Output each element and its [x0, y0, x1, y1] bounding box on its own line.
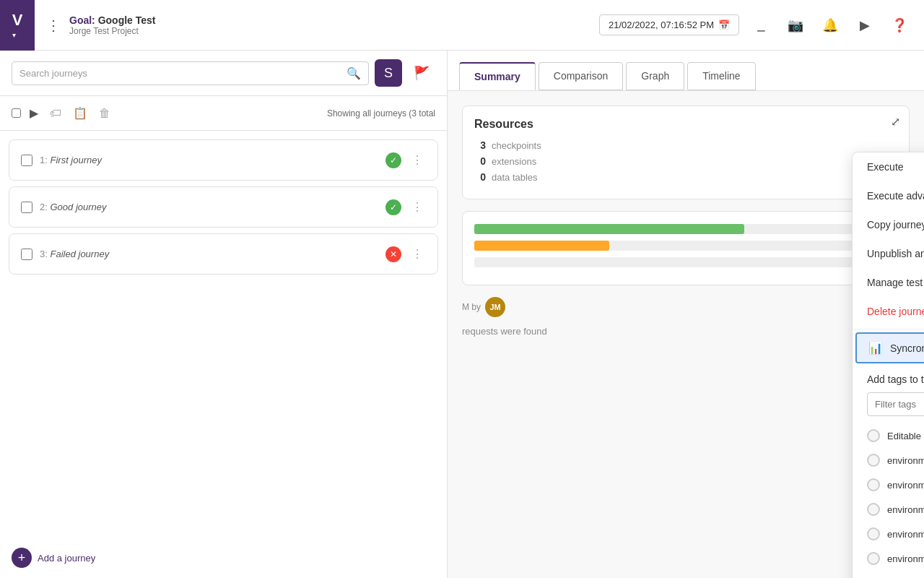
journey-item[interactable]: 3: Failed journey ✕ ⋮ [9, 233, 438, 275]
goal-label: Goal: Google Test [69, 14, 590, 26]
search-icon[interactable]: 🔍 [346, 66, 361, 80]
tag-radio-env-env1[interactable] [867, 527, 880, 540]
journey-checkbox-2[interactable] [21, 202, 32, 213]
journey-name-3: 3: Failed journey [40, 249, 378, 259]
tab-timeline[interactable]: Timeline [687, 62, 755, 90]
delete-icon[interactable]: 🗑 [96, 104, 113, 123]
showing-text: Showing all journeys (3 total [327, 108, 435, 118]
tag-radio-env-dgic[interactable] [867, 478, 880, 491]
add-journey-circle-icon: + [12, 548, 32, 568]
bar-track-3 [474, 257, 880, 267]
expand-icon[interactable]: ⤢ [891, 115, 900, 129]
copy-journey-label: Copy journey to clipboard [867, 219, 924, 230]
sidebar: 🔍 S 🚩 ▶ 🏷 📋 🗑 Showing all journeys (3 to… [0, 51, 448, 578]
main-layout: 🔍 S 🚩 ▶ 🏷 📋 🗑 Showing all journeys (3 to… [0, 51, 924, 578]
tag-radio-env-efp[interactable] [867, 503, 880, 516]
tag-icon[interactable]: 🏷 [47, 104, 64, 123]
tag-label-editable: Editable [887, 431, 921, 441]
tab-graph[interactable]: Graph [626, 62, 684, 90]
journey-menu-2[interactable]: ⋮ [409, 197, 426, 217]
avatar: JM [485, 297, 505, 317]
tag-radio-env-inception[interactable] [867, 552, 880, 565]
bar-fill-2 [474, 241, 609, 251]
checkpoints-label: checkpoints [492, 140, 541, 151]
tag-radio-env-beta[interactable] [867, 454, 880, 467]
topbar: V ▾ ⋮ Goal: Google Test Jorge Test Proje… [0, 0, 924, 51]
tag-label-env-efp: environment: EFP [887, 504, 924, 515]
search-bar[interactable]: 🔍 [12, 61, 369, 85]
resources-title: Resources [474, 118, 897, 131]
chart-box: 2 1 0 [462, 211, 910, 285]
journey-item[interactable]: 2: Good journey ✓ ⋮ [9, 186, 438, 228]
menu-item-execute[interactable]: Execute [853, 152, 924, 181]
tags-search[interactable]: 🔍 [867, 392, 924, 416]
journey-name-2: 2: Good journey [40, 202, 378, 212]
datatables-label: data tables [492, 172, 538, 183]
unpublish-label: Unpublish and set to draft [867, 248, 924, 259]
dropdown-menu[interactable]: Execute Execute advanced Copy journey to… [852, 152, 924, 578]
journey-item[interactable]: 1: First journey ✓ ⋮ [9, 139, 438, 181]
bar-row-2: 1 [474, 240, 897, 251]
resource-row-checkpoints: 3 checkpoints [474, 139, 897, 151]
tag-label-env-env1: environment: ENV1 [887, 529, 924, 540]
journey-checkbox-1[interactable] [21, 155, 32, 166]
goal-name: Google Test [98, 14, 156, 26]
status-icon-success-1: ✓ [385, 152, 401, 168]
add-journey-label: Add a journey [38, 553, 95, 564]
tag-item-env-efp[interactable]: environment: EFP [867, 497, 924, 522]
tag-label-env-beta: environment: beta [887, 455, 924, 466]
calendar-icon: 📅 [718, 20, 730, 30]
resource-row-extensions: 0 extensions [474, 155, 897, 167]
copy-icon[interactable]: 📋 [70, 103, 90, 123]
tag-label-env-inception: environment: Inception2 [887, 553, 924, 564]
menu-item-unpublish[interactable]: Unpublish and set to draft [853, 239, 924, 268]
run-icon[interactable]: ▶ [27, 103, 41, 123]
flag-icon-button[interactable]: 🚩 [408, 59, 435, 87]
extensions-count: 0 [474, 155, 486, 167]
tag-item-editable[interactable]: Editable [867, 423, 924, 448]
datatables-count: 0 [474, 171, 486, 183]
journey-menu-3[interactable]: ⋮ [409, 244, 426, 264]
user-icon-button[interactable]: S [375, 59, 402, 87]
datetime-text: 21/02/2022, 07:16:52 PM [609, 20, 714, 30]
bar-row-1: 2 [474, 223, 897, 234]
checkpoints-count: 3 [474, 139, 486, 151]
menu-item-sync[interactable]: 📊 Syncronize last journey execution [855, 332, 924, 363]
notification-icon-button[interactable]: 🔔 [817, 12, 843, 38]
select-all-checkbox[interactable] [12, 108, 21, 118]
menu-item-copy-journey[interactable]: Copy journey to clipboard [853, 210, 924, 239]
tag-item-env-dgic[interactable]: environment: DGIC Author [867, 473, 924, 497]
menu-item-execute-advanced[interactable]: Execute advanced [853, 181, 924, 210]
tab-summary[interactable]: Summary [459, 62, 536, 90]
tag-radio-editable[interactable] [867, 429, 880, 442]
updated-text: M by [462, 302, 481, 312]
add-journey-button[interactable]: + Add a journey [0, 538, 447, 578]
sidebar-header: 🔍 S 🚩 [0, 51, 447, 96]
tab-comparison[interactable]: Comparison [539, 62, 623, 90]
sync-label: Syncronize last journey execution [890, 342, 924, 354]
menu-divider [853, 329, 924, 329]
tags-filter-input[interactable] [875, 399, 924, 410]
execute-advanced-label: Execute advanced [867, 190, 924, 202]
camera-icon-button[interactable]: 📷 [783, 12, 808, 38]
journey-checkbox-3[interactable] [21, 249, 32, 260]
right-panel: Summary Comparison Graph Timeline Resour… [448, 51, 924, 578]
menu-item-delete-journey[interactable]: Delete journey [853, 297, 924, 326]
tabs-bar: Summary Comparison Graph Timeline [448, 51, 924, 91]
play-icon-button[interactable]: ▶ [852, 12, 878, 38]
datetime-button[interactable]: 21/02/2022, 07:16:52 PM 📅 [599, 14, 739, 35]
menu-item-manage-test-data[interactable]: Manage test data [853, 268, 924, 297]
tag-item-env-inception[interactable]: environment: Inception2 [867, 546, 924, 571]
bar-track-2 [474, 241, 880, 251]
resource-row-datatables: 0 data tables [474, 171, 897, 183]
journey-menu-1[interactable]: ⋮ [409, 150, 426, 170]
tag-label-env-dgic: environment: DGIC Author [887, 480, 924, 491]
tag-item-env-env1[interactable]: environment: ENV1 [867, 522, 924, 546]
journey-list: 1: First journey ✓ ⋮ 2: Good journey ✓ ⋮ [0, 131, 447, 538]
search-input[interactable] [19, 68, 341, 79]
no-requests-text: requests were found [462, 326, 910, 337]
tag-item-env-beta[interactable]: environment: beta [867, 448, 924, 473]
tuning-icon-button[interactable]: ⎯ [748, 12, 774, 38]
help-icon-button[interactable]: ❓ [886, 12, 912, 38]
topbar-menu-icon[interactable]: ⋮ [46, 17, 61, 34]
